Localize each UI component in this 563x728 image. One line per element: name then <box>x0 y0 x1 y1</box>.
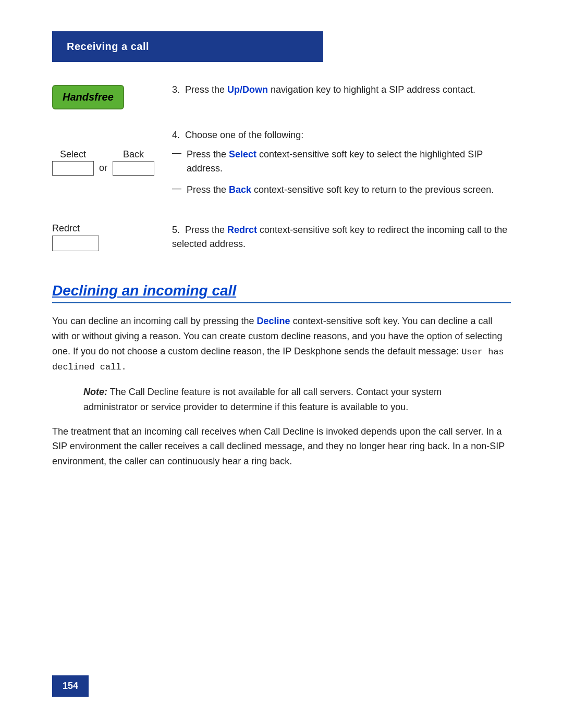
sub-step-back-text: Press the Back context-sensitive soft ke… <box>187 183 494 197</box>
note-body: The Call Decline feature is not availabl… <box>83 387 442 412</box>
step5-area: Redrct 5. Press the Redrct context-sensi… <box>52 223 511 251</box>
step4-sub-steps: — Press the Select context-sensitive sof… <box>172 147 511 197</box>
page-number-box: 154 <box>52 675 89 697</box>
step5-number: 5. <box>172 225 180 235</box>
step4-image-col: Select or Back <box>52 128 156 178</box>
step5-bold: Redrct <box>227 225 257 235</box>
dash-1: — <box>172 147 181 158</box>
step3-text-after: navigation key to highlight a SIP addres… <box>268 84 475 95</box>
redrct-key-box <box>52 236 99 251</box>
note-text: Note: The Call Decline feature is not av… <box>83 385 480 415</box>
sub-step-select-text: Press the Select context-sensitive soft … <box>187 147 511 176</box>
step5-image-col: Redrct <box>52 223 156 251</box>
back-label: Back <box>123 149 144 160</box>
step4-area: Select or Back 4. Choose one of the foll… <box>52 128 511 204</box>
handsfree-button-image: Handsfree <box>52 85 124 109</box>
step4-intro-text: Choose one of the following: <box>185 130 303 140</box>
select-key-box <box>52 161 94 176</box>
select-bold: Select <box>229 149 256 159</box>
declining-section-title: Declining an incoming call <box>52 282 511 299</box>
step4-number: 4. <box>172 130 180 140</box>
select-back-row: Select or Back <box>52 149 154 176</box>
sub-step-back: — Press the Back context-sensitive soft … <box>172 183 511 197</box>
handsfree-label: Handsfree <box>63 91 114 103</box>
declining-paragraph2: The treatment that an incoming call rece… <box>52 424 511 469</box>
header-banner-text: Receiving a call <box>67 41 149 52</box>
declining-paragraph1: You can decline an incoming call by pres… <box>52 314 511 374</box>
page-container: Receiving a call Handsfree 3. Press the … <box>0 0 563 728</box>
step3-image-col: Handsfree <box>52 83 156 109</box>
or-text: or <box>99 163 107 176</box>
step5-text-col: 5. Press the Redrct context-sensitive so… <box>156 223 511 251</box>
step5-text: 5. Press the Redrct context-sensitive so… <box>172 223 511 251</box>
select-key-group: Select <box>52 149 94 176</box>
page-number: 154 <box>63 681 78 691</box>
step3-bold: Up/Down <box>227 84 268 95</box>
note-label: Note: <box>83 387 107 397</box>
step4-text-col: 4. Choose one of the following: — Press … <box>156 128 511 204</box>
redrct-label: Redrct <box>52 223 80 234</box>
dash-2: — <box>172 183 181 194</box>
select-label: Select <box>60 149 86 160</box>
decline-bold: Decline <box>257 316 290 326</box>
section-divider <box>52 302 511 303</box>
back-key-group: Back <box>113 149 154 176</box>
step5-text-before: Press the <box>185 225 227 235</box>
back-key-box <box>113 161 154 176</box>
step4-intro: 4. Choose one of the following: <box>172 128 511 142</box>
step3-area: Handsfree 3. Press the Up/Down navigatio… <box>52 83 511 109</box>
header-banner: Receiving a call <box>52 31 323 62</box>
back-bold: Back <box>229 184 251 195</box>
step3-text-col: 3. Press the Up/Down navigation key to h… <box>156 83 511 97</box>
step3-text: 3. Press the Up/Down navigation key to h… <box>172 83 511 97</box>
para1-before: You can decline an incoming call by pres… <box>52 316 257 326</box>
step3-number: 3. <box>172 84 180 95</box>
sub-step-select: — Press the Select context-sensitive sof… <box>172 147 511 176</box>
note-block: Note: The Call Decline feature is not av… <box>83 385 480 415</box>
step3-text-before: Press the <box>185 84 227 95</box>
